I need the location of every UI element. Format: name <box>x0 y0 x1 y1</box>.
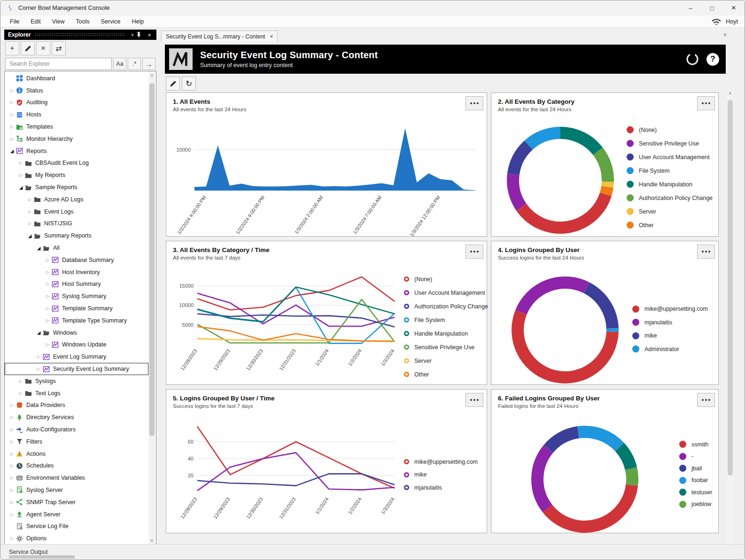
expander-icon[interactable]: ▷ <box>17 391 24 396</box>
panel-menu-button[interactable] <box>697 245 715 259</box>
regex-button[interactable]: .* <box>128 58 141 70</box>
expander-icon[interactable]: ▷ <box>26 209 33 214</box>
menu-item-tools[interactable]: Tools <box>70 16 95 27</box>
expander-icon[interactable]: ◢ <box>35 330 42 335</box>
expander-icon[interactable]: ▷ <box>44 270 51 275</box>
move-button[interactable]: ⇄ <box>52 41 66 55</box>
expander-icon[interactable]: ▷ <box>44 282 51 286</box>
tree-item-auditing[interactable]: ▷Auditing <box>5 97 148 109</box>
expander-icon[interactable]: ▷ <box>8 88 16 93</box>
tree-item-host-inventory[interactable]: ▷Host Inventory <box>5 266 148 278</box>
expander-icon[interactable]: ▷ <box>35 354 42 359</box>
expander-icon[interactable]: ▷ <box>8 500 16 505</box>
expander-icon[interactable]: ◢ <box>26 233 33 238</box>
expander-icon[interactable]: ▷ <box>17 379 24 384</box>
panel-close-icon[interactable]: × <box>145 31 154 38</box>
expander-icon[interactable]: ▷ <box>8 112 16 117</box>
tab-close-icon[interactable]: × <box>270 33 273 40</box>
scroll-up-icon[interactable]: ∧ <box>727 90 734 97</box>
expander-icon[interactable]: ▷ <box>44 306 51 311</box>
expander-icon[interactable]: ▷ <box>44 258 51 262</box>
expander-icon[interactable]: ▷ <box>8 100 16 105</box>
tree-item-data-providers[interactable]: ▷Data Providers <box>5 399 148 412</box>
tree-item-event-log-summary[interactable]: ▷Event Log Summary <box>5 351 148 363</box>
tree-item-environment-variables[interactable]: ▷(x)Environment Variables <box>5 472 148 484</box>
tree-item-service-log-file[interactable]: Service Log File <box>5 520 148 532</box>
expander-icon[interactable]: ▷ <box>8 403 16 407</box>
match-case-button[interactable]: Aa <box>113 58 126 70</box>
tree-item-template-type-summary[interactable]: ▷Template Type Summary <box>5 315 148 327</box>
close-button[interactable]: × <box>723 0 745 15</box>
panel-chevron-down-icon[interactable]: ∨ <box>128 32 137 37</box>
tree-item-cbsaudit-event-log[interactable]: ▷CBSAudit Event Log <box>5 157 148 169</box>
tree-item-azure-ad-logs[interactable]: ▷Azure AD Logs <box>5 193 148 206</box>
panel-menu-button[interactable] <box>466 393 483 407</box>
tree-item-dashboard[interactable]: Dashboard <box>5 72 148 84</box>
tree-item-filters[interactable]: ▷Filters <box>5 436 148 448</box>
tree-item-schedules[interactable]: ▷Schedules <box>5 460 148 472</box>
tree-item-options[interactable]: ▷Options <box>5 532 148 545</box>
menu-item-help[interactable]: Help <box>126 16 149 27</box>
expander-icon[interactable]: ▷ <box>8 124 16 129</box>
expander-icon[interactable]: ◢ <box>17 185 24 190</box>
add-button[interactable]: + <box>5 41 19 55</box>
tree-item-auto-configurators[interactable]: ▷Auto-Configurators <box>5 423 148 436</box>
content-scrollbar[interactable]: ∧ ∨ <box>727 90 734 560</box>
tree-item-agent-server[interactable]: ▷Agent Server <box>5 508 148 521</box>
tree-item-database-summary[interactable]: ▷Database Summary <box>5 254 148 266</box>
tree-item-reports[interactable]: ◢Reports <box>5 145 148 157</box>
tree-item-status[interactable]: ▷Status <box>5 84 148 97</box>
scroll-up-icon[interactable]: ∧ <box>148 72 155 79</box>
expander-icon[interactable]: ▷ <box>8 488 16 492</box>
tree-item-host-summary[interactable]: ▷Host Summary <box>5 278 148 291</box>
tab-security-event-log-summary[interactable]: Security Event Log S...mmary - Content × <box>161 31 278 42</box>
tree-item-summary-reports[interactable]: ◢Summary Reports <box>5 230 148 242</box>
expander-icon[interactable]: ▷ <box>35 367 42 371</box>
search-input[interactable] <box>5 58 112 70</box>
tree-item-all[interactable]: ◢All <box>5 242 148 254</box>
panel-menu-button[interactable] <box>466 96 483 110</box>
menu-item-view[interactable]: View <box>47 16 70 27</box>
menu-item-edit[interactable]: Edit <box>25 16 47 27</box>
pin-icon[interactable] <box>137 32 145 38</box>
explorer-header[interactable]: Explorer ∨ × <box>4 30 156 40</box>
maximize-button[interactable]: □ <box>701 0 723 15</box>
expander-icon[interactable]: ▷ <box>17 161 24 165</box>
edit-report-button[interactable] <box>166 77 180 91</box>
expander-icon[interactable]: ▷ <box>44 342 51 347</box>
tree-item-text-logs[interactable]: ▷Text Logs <box>5 387 148 399</box>
tree-item-windows[interactable]: ◢Windows <box>5 327 148 339</box>
tree-item-monitor-hierarchy[interactable]: ▷Monitor Hierarchy <box>5 133 148 145</box>
tree-scrollbar[interactable]: ∧ ∨ <box>148 72 155 544</box>
tree-item-template-summary[interactable]: ▷Template Summary <box>5 302 148 315</box>
expander-icon[interactable]: ▷ <box>44 318 51 323</box>
expander-icon[interactable]: ▷ <box>8 137 16 141</box>
tree-item-nist-jsig[interactable]: ▷NIST/JSIG <box>5 218 148 230</box>
expander-icon[interactable]: ▷ <box>8 476 16 480</box>
tree-item-syslog-server[interactable]: ▷Syslog Server <box>5 484 148 496</box>
scroll-down-icon[interactable]: ∨ <box>148 537 155 544</box>
expander-icon[interactable]: ◢ <box>35 245 42 251</box>
tree-item-my-reports[interactable]: ▷My Reports <box>5 169 148 181</box>
minimize-button[interactable]: – <box>680 0 701 15</box>
tree-item-security-event-log-summary[interactable]: ▷Security Event Log Summary <box>5 363 148 375</box>
menu-item-file[interactable]: File <box>4 16 25 27</box>
help-icon[interactable]: ? <box>706 53 719 66</box>
tree-item-hosts[interactable]: ▷Hosts <box>5 108 148 121</box>
panel-menu-button[interactable] <box>697 393 715 407</box>
expander-icon[interactable]: ▷ <box>8 452 16 456</box>
expander-icon[interactable]: ◢ <box>8 148 16 153</box>
expander-icon[interactable]: ▷ <box>8 439 16 444</box>
tree-item-windows-update[interactable]: ▷Windows Update <box>5 339 148 351</box>
content-scroll-thumb[interactable] <box>728 100 733 476</box>
tree-item-syslog-summary[interactable]: ▷Syslog Summary <box>5 290 148 302</box>
tab-list-chevron-icon[interactable]: ∨ <box>723 32 727 37</box>
tree-item-syslogs[interactable]: ▷Syslogs <box>5 375 148 387</box>
menu-item-service[interactable]: Service <box>95 16 126 27</box>
expander-icon[interactable]: ▷ <box>17 173 24 177</box>
tree-item-directory-services[interactable]: ▷Directory Services <box>5 411 148 423</box>
tree-item-event-logs[interactable]: ▷Event Logs <box>5 206 148 218</box>
edit-button[interactable] <box>21 41 35 55</box>
expander-icon[interactable]: ▷ <box>8 415 16 420</box>
expander-icon[interactable]: ▷ <box>44 294 51 299</box>
